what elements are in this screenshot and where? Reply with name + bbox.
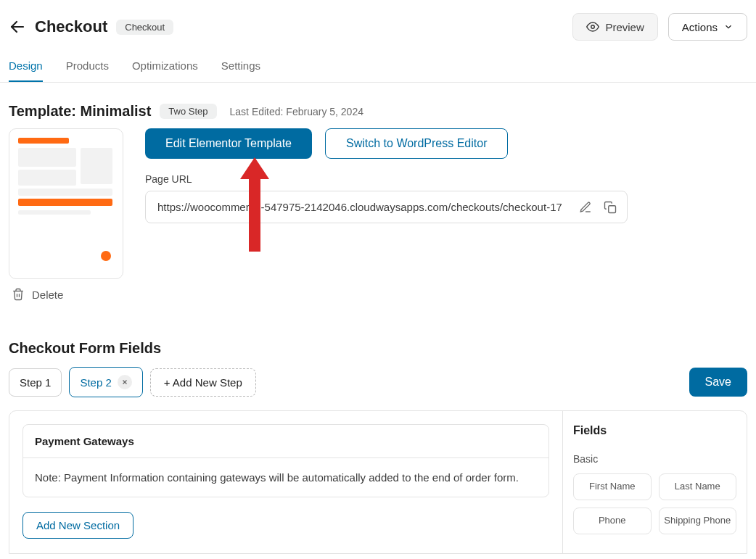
form-left-panel: Payment Gateways Note: Payment Informati… — [9, 411, 562, 553]
page-url-label: Page URL — [145, 173, 747, 185]
preview-label: Preview — [605, 21, 644, 33]
page-title: Checkout — [35, 17, 107, 36]
page-url-input[interactable] — [146, 191, 573, 223]
basic-fields-grid: First Name Last Name Phone Shipping Phon… — [573, 473, 736, 534]
page-type-badge: Checkout — [116, 20, 173, 35]
edit-elementor-button[interactable]: Edit Elementor Template — [145, 128, 312, 159]
page-url-box — [145, 191, 628, 223]
thumbnail-column: Delete — [9, 128, 123, 301]
tab-design[interactable]: Design — [9, 59, 43, 82]
last-edited-label: Last Edited: February 5, 2024 — [230, 106, 363, 117]
template-body: Delete Edit Elementor Template Switch to… — [0, 128, 756, 301]
step-2-button[interactable]: Step 2 — [69, 367, 142, 397]
steps-row: Step 1 Step 2 + Add New Step Save — [0, 367, 756, 397]
header-right: Preview Actions — [572, 13, 747, 41]
edit-url-button[interactable] — [573, 195, 598, 220]
trash-icon — [12, 288, 25, 301]
field-shipping-phone[interactable]: Shipping Phone — [659, 508, 737, 534]
form-area: Payment Gateways Note: Payment Informati… — [9, 410, 747, 554]
payment-gateways-note: Note: Payment Information containing gat… — [23, 458, 548, 497]
template-action-row: Edit Elementor Template Switch to WordPr… — [145, 128, 747, 159]
step-2-label: Step 2 — [80, 376, 111, 389]
template-step-badge: Two Step — [160, 104, 216, 119]
copy-url-button[interactable] — [598, 195, 623, 220]
form-fields-title: Checkout Form Fields — [0, 301, 756, 367]
delete-template-button[interactable]: Delete — [9, 288, 123, 301]
payment-gateways-box: Payment Gateways Note: Payment Informati… — [22, 424, 549, 497]
actions-label: Actions — [682, 21, 718, 33]
svg-point-1 — [591, 25, 595, 29]
header-left: Checkout Checkout — [9, 17, 173, 36]
tab-products[interactable]: Products — [66, 59, 109, 82]
fields-basic-label: Basic — [573, 453, 736, 465]
template-detail-column: Edit Elementor Template Switch to WordPr… — [145, 128, 747, 223]
fields-panel-title: Fields — [573, 424, 736, 437]
svg-rect-2 — [609, 205, 616, 212]
step-2-remove-icon[interactable] — [118, 375, 132, 389]
preview-button[interactable]: Preview — [572, 13, 657, 41]
save-button[interactable]: Save — [689, 368, 747, 397]
field-first-name[interactable]: First Name — [573, 473, 652, 500]
field-last-name[interactable]: Last Name — [659, 473, 737, 500]
chevron-down-icon — [723, 22, 734, 32]
add-new-section-button[interactable]: Add New Section — [22, 512, 133, 539]
pencil-icon — [579, 201, 592, 214]
thumbnail-preview — [14, 133, 118, 274]
step-1-button[interactable]: Step 1 — [9, 368, 62, 397]
back-arrow-icon[interactable] — [9, 18, 26, 36]
template-thumbnail[interactable] — [9, 128, 123, 279]
actions-button[interactable]: Actions — [668, 13, 747, 41]
fields-panel: Fields Basic First Name Last Name Phone … — [562, 411, 747, 553]
eye-icon — [586, 20, 599, 33]
add-new-step-button[interactable]: + Add New Step — [150, 368, 256, 397]
template-title: Template: Minimalist — [9, 103, 151, 120]
tab-settings[interactable]: Settings — [221, 59, 260, 82]
delete-label: Delete — [32, 289, 63, 301]
field-phone[interactable]: Phone — [573, 508, 652, 534]
template-info-row: Template: Minimalist Two Step Last Edite… — [0, 83, 756, 128]
payment-gateways-header: Payment Gateways — [23, 425, 548, 458]
copy-icon — [604, 201, 617, 214]
tab-optimizations[interactable]: Optimizations — [132, 59, 198, 82]
switch-editor-button[interactable]: Switch to WordPress Editor — [325, 128, 508, 159]
page-header: Checkout Checkout Preview Actions — [0, 0, 756, 46]
main-tabs: Design Products Optimizations Settings — [0, 46, 756, 83]
